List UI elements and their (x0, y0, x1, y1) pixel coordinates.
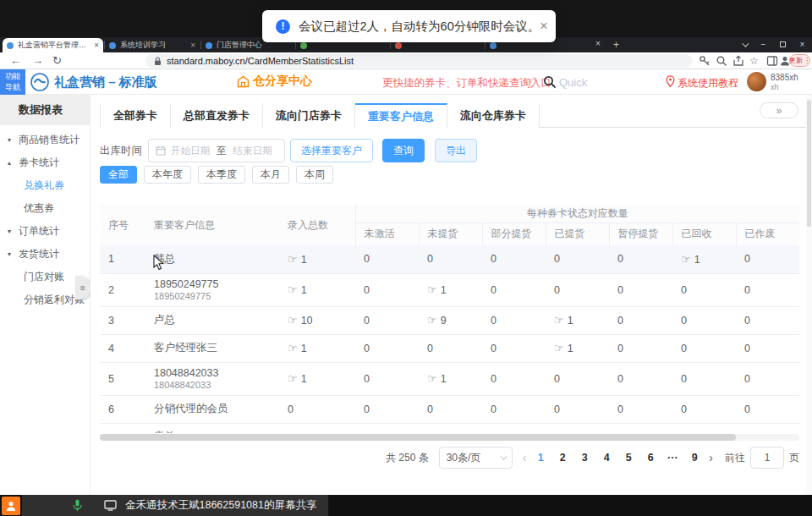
goto-page-input[interactable] (750, 447, 784, 469)
date-range-input[interactable]: 开始日期 至 结束日期 (148, 139, 285, 162)
page-size-select[interactable]: 30条/页 (439, 447, 513, 469)
table-row[interactable]: 21895024977518950249775☞10☞100000 (100, 273, 799, 306)
tab-总部直发券卡[interactable]: 总部直发券卡 (171, 103, 263, 128)
browser-update-button[interactable]: 更新 ⋮ (789, 54, 810, 67)
reload-icon[interactable]: ↻ (52, 52, 62, 69)
status-count-cell[interactable]: ☞1 (279, 273, 355, 306)
quick-label[interactable]: Quick (559, 76, 587, 89)
customer-cell[interactable]: 唐总 (145, 423, 279, 433)
prev-page-button[interactable]: ‹ (523, 451, 527, 464)
next-page-button[interactable]: › (709, 451, 713, 464)
status-count-cell[interactable]: ☞1 (419, 273, 482, 306)
chevron-down-icon[interactable]: ▾ (8, 250, 19, 258)
tab-close-icon[interactable]: × (94, 41, 99, 50)
export-button[interactable]: 导出 (435, 139, 477, 162)
sidebar-item[interactable]: ▾商品销售统计 (0, 129, 90, 151)
microphone-icon[interactable] (73, 499, 82, 512)
page-number-button[interactable]: 4 (598, 452, 615, 464)
window-close-icon[interactable]: × (793, 37, 812, 52)
quick-filter-button[interactable]: 本周 (296, 166, 333, 184)
status-count-cell[interactable]: ☞1 (279, 362, 355, 395)
status-count-cell[interactable]: ☞18 (355, 423, 419, 433)
user-avatar[interactable] (747, 72, 766, 91)
window-minimize-icon[interactable]: − (754, 37, 773, 52)
browser-tab[interactable]: 礼盒营销平台管理中心× (3, 38, 103, 52)
nav-toggle-button[interactable]: 功能导航 (0, 69, 25, 95)
share-center-link[interactable]: 仓分享中心 (237, 74, 312, 89)
customer-cell[interactable]: 卢总 (145, 306, 279, 334)
horizontal-scrollbar-thumb[interactable] (100, 434, 736, 441)
close-tab-icon[interactable]: × (595, 39, 601, 48)
window-menu-chevron-icon[interactable] (734, 37, 754, 52)
panel-collapse-button[interactable]: » (760, 102, 798, 118)
sidebar-item[interactable]: 兑换礼券 (0, 174, 90, 197)
chevron-down-icon[interactable]: ▾ (8, 136, 19, 144)
tab-close-icon[interactable]: × (190, 41, 195, 50)
status-count-cell[interactable]: ☞1 (546, 423, 609, 433)
tab-流向门店券卡[interactable]: 流向门店券卡 (263, 103, 355, 128)
tab-全部券卡[interactable]: 全部券卡 (100, 103, 171, 128)
toast-close-icon[interactable]: × (540, 19, 547, 33)
sidebar-item[interactable]: ▾发货统计 (0, 243, 90, 266)
side-panel-icon[interactable] (766, 55, 778, 67)
status-count-cell[interactable]: ☞1 (279, 245, 355, 273)
status-count-cell[interactable]: ☞20 (279, 423, 355, 433)
end-date-placeholder[interactable]: 结束日期 (233, 145, 272, 157)
tab-重要客户信息[interactable]: 重要客户信息 (355, 103, 447, 128)
customer-cell[interactable]: 分销代理的会员 (145, 395, 279, 423)
browser-tab[interactable]: 系统培训学习× (105, 38, 200, 52)
zoom-icon[interactable] (716, 55, 727, 67)
status-count-cell[interactable]: ☞1 (546, 334, 609, 362)
select-customer-button[interactable]: 选择重要客户 (290, 139, 373, 162)
status-count-cell[interactable]: ☞1 (419, 362, 482, 395)
quick-search-icon[interactable] (543, 75, 557, 89)
browser-scrollbar-thumb[interactable] (807, 100, 811, 227)
table-row[interactable]: 7唐总☞20☞18☞10☞1000 (100, 423, 799, 433)
forward-icon[interactable]: → (32, 52, 43, 69)
password-key-icon[interactable] (699, 55, 710, 67)
address-bar[interactable]: standard.maboy.cn/CardMemberStatisticsLi… (145, 54, 692, 68)
chevron-down-icon[interactable]: ▾ (8, 228, 19, 235)
more-menu-icon[interactable]: ⋮ (804, 57, 810, 64)
customer-cell[interactable]: 1895024977518950249775 (145, 273, 279, 306)
bookmark-star-icon[interactable]: ☆ (749, 52, 759, 69)
search-button[interactable]: 查询 (382, 139, 425, 162)
sidebar-item[interactable]: ▴券卡统计 (0, 151, 90, 174)
quick-filter-button[interactable]: 本年度 (144, 166, 191, 184)
sidebar-item[interactable]: ▾订单统计 (0, 220, 90, 243)
quick-filter-button[interactable]: 本季度 (198, 166, 245, 184)
status-count-cell[interactable]: ☞1 (419, 423, 482, 433)
back-icon[interactable]: ← (10, 52, 21, 69)
tab-流向仓库券卡[interactable]: 流向仓库券卡 (447, 103, 540, 128)
start-date-placeholder[interactable]: 开始日期 (171, 145, 210, 157)
customer-cell[interactable]: 客户经理张三 (145, 334, 279, 362)
status-count-cell[interactable]: ☞1 (279, 334, 355, 362)
page-number-button[interactable]: 3 (576, 452, 593, 464)
page-number-button[interactable]: 5 (620, 452, 637, 464)
page-number-button[interactable]: 1 (532, 452, 549, 464)
customer-cell[interactable]: 韩总 (145, 245, 279, 273)
horizontal-scrollbar[interactable] (100, 434, 799, 441)
status-count-cell[interactable]: ☞9 (419, 306, 482, 334)
table-row[interactable]: 6分销代理的会员00000000 (100, 395, 799, 423)
page-number-button[interactable]: 2 (554, 452, 571, 464)
quick-filter-button[interactable]: 本月 (252, 166, 289, 184)
sidebar-item[interactable]: 优惠券 (0, 197, 90, 220)
customer-cell[interactable]: 1804884203318048842033 (145, 362, 279, 395)
status-count-cell[interactable]: ☞1 (672, 245, 736, 273)
window-maximize-icon[interactable] (773, 37, 793, 52)
status-count-cell[interactable]: ☞1 (546, 306, 609, 334)
table-row[interactable]: 4客户经理张三☞1000☞1000 (100, 334, 799, 362)
browser-scrollbar[interactable] (806, 95, 812, 495)
page-number-button[interactable]: 6 (642, 452, 659, 464)
tutorial-link[interactable]: 系统使用教程 (678, 76, 738, 91)
table-row[interactable]: 3卢总☞100☞90☞1000 (100, 306, 799, 334)
chevron-up-icon[interactable]: ▴ (8, 159, 19, 167)
share-icon[interactable] (732, 55, 744, 67)
table-row[interactable]: 51804884203318048842033☞10☞100000 (100, 362, 799, 395)
new-tab-button[interactable]: + (613, 39, 619, 51)
page-number-button[interactable]: 9 (686, 452, 703, 464)
quick-filter-button[interactable]: 全部 (100, 166, 137, 184)
table-row[interactable]: 1韩总☞100000☞10 (100, 245, 799, 273)
screen-share-icon[interactable] (104, 500, 117, 511)
